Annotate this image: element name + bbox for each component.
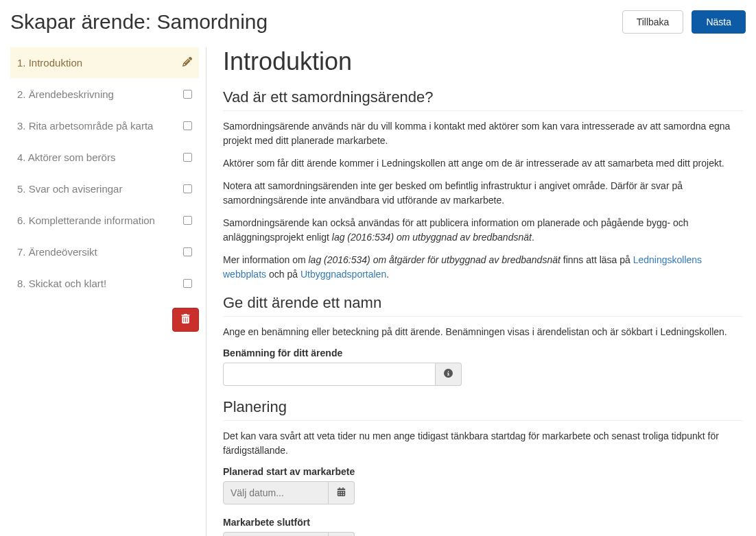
- planering-description: Det kan vara svårt att veta tider nu men…: [223, 429, 743, 458]
- page-title: Skapar ärende: Samordning: [10, 10, 268, 34]
- checkbox-icon: [183, 184, 192, 193]
- intro-paragraph: Samordningsärende används när du vill ko…: [223, 119, 743, 148]
- info-addon[interactable]: [436, 363, 462, 386]
- header-buttons: Tillbaka Nästa: [622, 10, 746, 34]
- checkbox-icon: [183, 279, 192, 288]
- info-icon: [444, 369, 453, 380]
- step-label: 7. Ärendeöversikt: [17, 246, 97, 258]
- step-label: 4. Aktörer som berörs: [17, 151, 115, 163]
- step-introduktion[interactable]: 1. Introduktion: [10, 47, 199, 79]
- delete-button[interactable]: [172, 308, 199, 332]
- step-label: 5. Svar och aviseringar: [17, 183, 122, 195]
- step-label: 3. Rita arbetsområde på karta: [17, 120, 153, 132]
- intro-paragraph: Notera att samordningsärenden inte ger b…: [223, 179, 743, 208]
- checkbox-icon: [183, 216, 192, 225]
- intro-paragraph: Aktörer som får ditt ärende kommer i Led…: [223, 156, 743, 171]
- main-content: Introduktion Vad är ett samordningsärend…: [206, 47, 746, 536]
- step-label: 2. Ärendebeskrivning: [17, 88, 114, 100]
- calendar-addon[interactable]: [329, 481, 355, 504]
- checkbox-icon: [183, 121, 192, 130]
- back-button[interactable]: Tillbaka: [622, 10, 684, 34]
- end-date-input[interactable]: [223, 532, 329, 536]
- link-utbyggnadsportalen[interactable]: Utbyggnadsportalen: [300, 269, 386, 280]
- end-date-label: Markarbete slutfört: [223, 517, 743, 528]
- step-list: 1. Introduktion 2. Ärendebeskrivning 3. …: [10, 47, 199, 300]
- start-date-input[interactable]: [223, 481, 329, 504]
- step-label: 6. Kompletterande information: [17, 215, 155, 226]
- checkbox-icon: [183, 153, 192, 162]
- calendar-addon[interactable]: [329, 532, 355, 536]
- intro-paragraph: Mer information om lag (2016:534) om åtg…: [223, 253, 743, 282]
- section-heading-what: Vad är ett samordningsärende?: [223, 88, 743, 111]
- section-heading-planering: Planering: [223, 398, 743, 421]
- intro-paragraph: Samordningsärende kan också användas för…: [223, 216, 743, 245]
- step-skickat[interactable]: 8. Skickat och klart!: [10, 268, 199, 300]
- checkbox-icon: [183, 247, 192, 256]
- step-label: 1. Introduktion: [17, 57, 82, 69]
- content-title: Introduktion: [223, 47, 743, 76]
- trash-icon: [181, 315, 190, 326]
- page-header: Skapar ärende: Samordning Tillbaka Nästa: [10, 10, 746, 34]
- step-arendebeskrivning[interactable]: 2. Ärendebeskrivning: [10, 79, 199, 110]
- step-kompletterande[interactable]: 6. Kompletterande information: [10, 205, 199, 236]
- step-aktorer[interactable]: 4. Aktörer som berörs: [10, 142, 199, 173]
- start-date-label: Planerad start av markarbete: [223, 466, 743, 477]
- step-svar-aviseringar[interactable]: 5. Svar och aviseringar: [10, 173, 199, 205]
- name-input[interactable]: [223, 363, 436, 386]
- next-button[interactable]: Nästa: [692, 10, 746, 34]
- step-arendeoversikt[interactable]: 7. Ärendeöversikt: [10, 236, 199, 268]
- step-rita-arbetsomrade[interactable]: 3. Rita arbetsområde på karta: [10, 110, 199, 142]
- section-heading-name: Ge ditt ärende ett namn: [223, 294, 743, 317]
- calendar-icon: [337, 487, 346, 498]
- name-description: Ange en benämning eller beteckning på di…: [223, 325, 743, 339]
- name-field-label: Benämning för ditt ärende: [223, 348, 743, 358]
- step-label: 8. Skickat och klart!: [17, 278, 106, 289]
- wizard-sidebar: 1. Introduktion 2. Ärendebeskrivning 3. …: [10, 47, 206, 536]
- edit-icon: [182, 57, 192, 69]
- checkbox-icon: [183, 90, 192, 99]
